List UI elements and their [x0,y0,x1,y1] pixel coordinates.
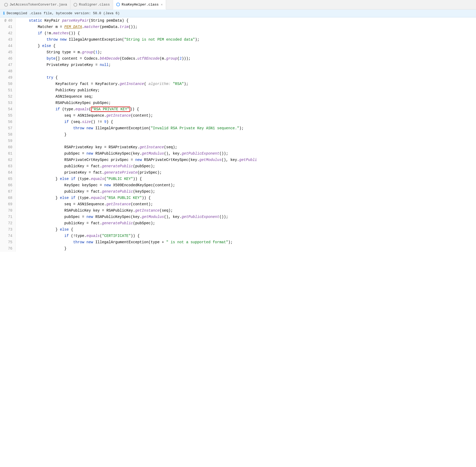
code-line-47: PrivateKey privateKey = null; [20,62,472,68]
java-file-icon [4,3,8,7]
at-marker-40: @ [4,17,6,24]
ln-61: 61 [2,150,13,157]
ln-46: 46 [2,55,13,62]
ln-54: 54 [2,106,13,112]
code-line-73: } else { [20,226,472,233]
code-line-55: seq = ASN1Sequence.getInstance(content); [20,112,472,119]
code-line-57: throw new IllegalArgumentException("Inva… [20,125,472,131]
ln-45: 45 [2,49,13,55]
ln-75: 75 [2,239,13,245]
ln-51: 51 [2,87,13,93]
code-line-75: throw new IllegalArgumentException(type … [20,239,472,245]
ln-50: 50 [2,81,13,87]
code-line-58: } [20,131,472,138]
info-icon: ℹ [3,11,4,16]
tab-rsa-key-helper-label: RsaKeyHelper.class [122,3,158,7]
code-line-53: RSAPublicKeySpec pubSpec; [20,100,472,106]
ln-47: 47 [2,62,13,68]
tab-jwt-label: JwtAccessTokenConverter.java [9,3,67,7]
ln-55: 55 [2,112,13,119]
class-file-icon [74,3,77,7]
ln-49: 49 [2,74,13,81]
ln-64: 64 [2,169,13,176]
code-line-42: if (!m.matches()) { [20,30,472,36]
tab-jwt[interactable]: JwtAccessTokenConverter.java [1,0,70,9]
ln-48: 48 [2,68,13,74]
info-banner: ℹ Decompiled .class file, bytecode versi… [0,9,476,17]
code-line-71: pubSpec = new RSAPublicKeySpec(key.getMo… [20,214,472,220]
code-line-72: publicKey = fact.generatePublic(pubSpec)… [20,220,472,226]
ln-56: 56 [2,119,13,125]
code-line-45: String type = m.group(1); [20,49,472,55]
ln-66: 66 [2,182,13,188]
tab-close-icon[interactable]: ✕ [161,3,163,7]
code-line-59 [20,138,472,144]
ln-58: 58 [2,131,13,138]
ln-69: 69 [2,201,13,207]
code-line-65: } else if (type.equals("PUBLIC KEY")) { [20,176,472,182]
code-line-50: KeyFactory fact = KeyFactory.getInstance… [20,81,472,87]
ln-71: 71 [2,214,13,220]
ln-40: @40 [2,17,13,24]
code-line-52: ASN1Sequence seq; [20,93,472,100]
code-line-67: publicKey = fact.generatePublic(keySpec)… [20,188,472,195]
ln-76: 76 [2,245,13,252]
ln-74: 74 [2,233,13,239]
code-line-40: static KeyPair parseKeyPair(String pemDa… [20,17,472,24]
code-line-56: if (seq.size() != 9) { [20,119,472,125]
tab-rsa-key-helper[interactable]: RsaKeyHelper.class ✕ [113,0,166,9]
code-line-48 [20,68,472,74]
info-text: Decompiled .class file, bytecode version… [7,11,120,15]
ln-67: 67 [2,188,13,195]
class-file-icon-active [116,3,120,6]
ln-60: 60 [2,144,13,150]
ln-59: 59 [2,138,13,144]
code-line-54: if (type.equals("RSA PRIVATE KEY")) { [20,106,472,112]
ln-68: 68 [2,195,13,201]
ln-42: 42 [2,30,13,36]
ln-73: 73 [2,226,13,233]
ln-72: 72 [2,220,13,226]
tab-rsa-signer[interactable]: RsaSigner.class [70,0,113,9]
ln-62: 62 [2,157,13,163]
code-line-70: RSAPublicKey key = RSAPublicKey.getInsta… [20,207,472,214]
code-line-41: Matcher m = PEM_DATA.matcher(pemData.tri… [20,24,472,30]
code-line-76: } [20,245,472,252]
ln-70: 70 [2,207,13,214]
ln-57: 57 [2,125,13,131]
ln-63: 63 [2,163,13,169]
code-line-51: PublicKey publicKey; [20,87,472,93]
code-line-60: RSAPrivateKey key = RSAPrivateKey.getIns… [20,144,472,150]
code-line-63: publicKey = fact.generatePublic(pubSpec)… [20,163,472,169]
code-line-62: RSAPrivateCrtKeySpec privSpec = new RSAP… [20,157,472,163]
code-container: @40 41 42 43 44 45 46 47 48 49 50 51 52 … [0,17,476,252]
code-line-43: throw new IllegalArgumentException("Stri… [20,36,472,43]
ln-44: 44 [2,43,13,49]
code-lines: static KeyPair parseKeyPair(String pemDa… [16,17,476,252]
code-line-69: seq = ASN1Sequence.getInstance(content); [20,201,472,207]
code-line-49: try { [20,74,472,81]
ln-52: 52 [2,93,13,100]
code-line-74: if (!type.equals("CERTIFICATE")) { [20,233,472,239]
code-line-61: pubSpec = new RSAPublicKeySpec(key.getMo… [20,150,472,157]
ln-53: 53 [2,100,13,106]
line-numbers: @40 41 42 43 44 45 46 47 48 49 50 51 52 … [0,17,16,252]
code-line-44: } else { [20,43,472,49]
ln-43: 43 [2,36,13,43]
tab-rsa-signer-label: RsaSigner.class [79,3,110,7]
code-line-68: } else if (type.equals("RSA PUBLIC KEY")… [20,195,472,201]
tab-bar: JwtAccessTokenConverter.java RsaSigner.c… [0,0,476,9]
ln-41: 41 [2,24,13,30]
code-line-46: byte[] content = Codecs.b64Decode(Codecs… [20,55,472,62]
ln-65: 65 [2,176,13,182]
code-line-64: privateKey = fact.generatePrivate(privSp… [20,169,472,176]
code-line-66: KeySpec keySpec = new X509EncodedKeySpec… [20,182,472,188]
